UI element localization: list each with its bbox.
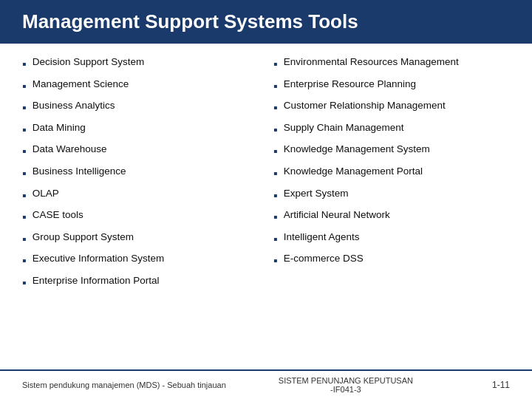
bullet-icon: ▪	[273, 122, 278, 138]
list-item-text: Enterprise Information Portal	[33, 274, 160, 287]
list-item: ▪Business Intelligence	[22, 165, 259, 182]
list-item: ▪Environmental Resources Management	[273, 55, 510, 72]
left-column: ▪Decision Support System▪Management Scie…	[22, 55, 259, 369]
bullet-icon: ▪	[273, 78, 278, 95]
bullet-icon: ▪	[273, 56, 278, 72]
footer-center: SISTEM PENUNJANG KEPUTUSAN -IF041-3	[226, 376, 466, 394]
slide-header: Management Support Systems Tools	[0, 0, 532, 44]
list-item-text: Data Warehouse	[33, 143, 107, 156]
list-item: ▪Data Warehouse	[22, 143, 259, 160]
list-item: ▪OLAP	[22, 187, 259, 204]
list-item: ▪Expert System	[273, 187, 510, 204]
bullet-icon: ▪	[273, 166, 278, 182]
list-item-text: E-commerce DSS	[284, 252, 364, 265]
list-item-text: Environmental Resources Management	[284, 55, 459, 69]
list-item: ▪Intelligent Agents	[273, 231, 510, 248]
bullet-icon: ▪	[22, 143, 27, 160]
bullet-icon: ▪	[273, 100, 278, 116]
list-item-text: Enterprise Resource Planning	[284, 78, 416, 91]
list-item: ▪Decision Support System	[22, 55, 259, 72]
left-list: ▪Decision Support System▪Management Scie…	[22, 55, 259, 291]
list-item: ▪Data Mining	[22, 121, 259, 138]
list-item-text: Intelligent Agents	[284, 231, 360, 244]
slide-title: Management Support Systems Tools	[22, 10, 510, 33]
list-item: ▪Supply Chain Management	[273, 121, 510, 138]
bullet-icon: ▪	[22, 78, 27, 95]
list-item-text: Business Analytics	[33, 99, 115, 112]
list-item-text: OLAP	[33, 187, 59, 200]
footer-page-number: 1-11	[466, 380, 510, 390]
footer-center-line1: SISTEM PENUNJANG KEPUTUSAN	[226, 376, 466, 385]
list-item: ▪CASE tools	[22, 208, 259, 225]
bullet-icon: ▪	[22, 275, 27, 291]
list-item: ▪Enterprise Resource Planning	[273, 78, 510, 95]
slide-content: ▪Decision Support System▪Management Scie…	[0, 44, 532, 369]
list-item: ▪Knowledge Management Portal	[273, 165, 510, 182]
list-item: ▪Group Support System	[22, 231, 259, 248]
list-item-text: Customer Relationship Management	[284, 99, 446, 112]
list-item-text: Knowledge Management Portal	[284, 165, 423, 178]
slide: Management Support Systems Tools ▪Decisi…	[0, 0, 532, 399]
footer-center-line2: -IF041-3	[226, 385, 466, 394]
bullet-icon: ▪	[22, 231, 27, 248]
list-item-text: Data Mining	[33, 121, 86, 134]
list-item-text: CASE tools	[33, 208, 83, 222]
list-item-text: Knowledge Management System	[284, 143, 430, 156]
list-item: ▪Business Analytics	[22, 99, 259, 116]
list-item: ▪Customer Relationship Management	[273, 99, 510, 116]
bullet-icon: ▪	[22, 100, 27, 116]
list-item-text: Group Support System	[33, 231, 134, 244]
footer-left-text: Sistem pendukung manajemen (MDS) - Sebua…	[22, 381, 226, 389]
bullet-icon: ▪	[22, 209, 27, 225]
list-item-text: Executive Information System	[33, 252, 165, 265]
list-item-text: Expert System	[284, 187, 349, 200]
list-item: ▪Enterprise Information Portal	[22, 274, 259, 291]
list-item: ▪Artificial Neural Network	[273, 208, 510, 225]
bullet-icon: ▪	[22, 56, 27, 72]
list-item-text: Business Intelligence	[33, 165, 126, 178]
bullet-icon: ▪	[22, 188, 27, 204]
bullet-icon: ▪	[22, 166, 27, 182]
list-item: ▪Management Science	[22, 78, 259, 95]
bullet-icon: ▪	[273, 143, 278, 160]
bullet-icon: ▪	[22, 122, 27, 138]
list-item: ▪Knowledge Management System	[273, 143, 510, 160]
bullet-icon: ▪	[273, 253, 278, 269]
right-column: ▪Environmental Resources Management▪Ente…	[273, 55, 510, 369]
list-item-text: Decision Support System	[33, 55, 145, 69]
list-item-text: Management Science	[33, 78, 129, 91]
bullet-icon: ▪	[273, 188, 278, 204]
list-item-text: Artificial Neural Network	[284, 208, 390, 222]
bullet-icon: ▪	[273, 231, 278, 248]
list-item: ▪Executive Information System	[22, 252, 259, 269]
list-item-text: Supply Chain Management	[284, 121, 404, 134]
right-list: ▪Environmental Resources Management▪Ente…	[273, 55, 510, 269]
bullet-icon: ▪	[22, 253, 27, 269]
slide-footer: Sistem pendukung manajemen (MDS) - Sebua…	[0, 369, 532, 399]
bullet-icon: ▪	[273, 209, 278, 225]
list-item: ▪E-commerce DSS	[273, 252, 510, 269]
